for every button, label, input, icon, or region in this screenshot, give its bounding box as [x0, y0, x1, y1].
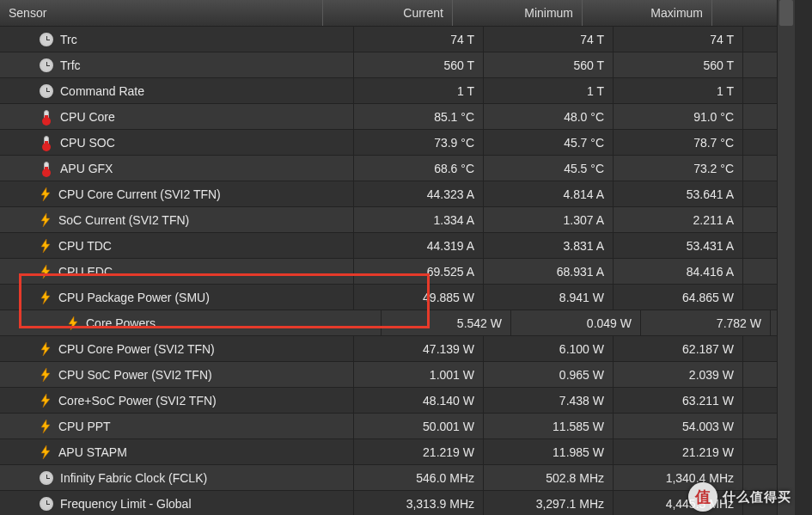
sensor-label: CPU Core Current (SVI2 TFN) — [58, 187, 221, 201]
cell-current: 49.885 W — [354, 285, 484, 310]
table-row[interactable]: Trfc560 T560 T560 T — [0, 52, 795, 78]
cell-maximum: 84.416 A — [614, 259, 743, 284]
cell-minimum: 7.438 W — [484, 388, 614, 413]
bolt-icon — [40, 445, 52, 459]
cell-sensor: Core Powers — [0, 310, 382, 335]
table-row[interactable]: CPU Core Current (SVI2 TFN)44.323 A4.814… — [0, 181, 795, 207]
header-current[interactable]: Current — [323, 0, 453, 26]
cell-minimum: 48.0 °C — [484, 104, 614, 129]
svg-marker-3 — [41, 265, 50, 279]
cell-current: 5.542 W — [382, 310, 511, 335]
sensor-label: Infinity Fabric Clock (FCLK) — [60, 471, 207, 485]
cell-maximum: 74 T — [614, 27, 743, 52]
table-row[interactable]: CPU SOC73.9 °C45.7 °C78.7 °C74.3 °C — [0, 130, 795, 156]
watermark-badge: 值 — [688, 482, 717, 512]
cell-minimum: 74 T — [484, 27, 614, 52]
cell-current: 44.323 A — [354, 181, 484, 206]
cell-sensor: APU GFX — [0, 156, 354, 181]
cell-minimum: 1.307 A — [484, 207, 614, 232]
svg-marker-8 — [41, 394, 50, 408]
bolt-icon — [40, 213, 52, 227]
cell-sensor: CPU SOC — [0, 130, 354, 155]
cell-maximum: 2.211 A — [614, 207, 743, 232]
table-row[interactable]: APU STAPM21.219 W11.985 W21.219 W16.927 … — [0, 439, 795, 465]
cell-current: 50.001 W — [354, 414, 484, 438]
cell-minimum: 0.049 W — [511, 310, 641, 335]
svg-marker-2 — [41, 239, 50, 253]
clock-icon — [40, 33, 53, 46]
table-row[interactable]: APU GFX68.6 °C45.5 °C73.2 °C69.0 °C — [0, 156, 795, 181]
table-row[interactable]: CPU Core Power (SVI2 TFN)47.139 W6.100 W… — [0, 336, 795, 362]
table-row[interactable]: SoC Current (SVI2 TFN)1.334 A1.307 A2.21… — [0, 207, 795, 233]
table-row[interactable]: CPU TDC44.319 A3.831 A53.431 A44.632 A — [0, 233, 795, 259]
sensor-label: APU STAPM — [58, 445, 127, 459]
sensor-label: CPU Package Power (SMU) — [58, 291, 210, 304]
clock-icon — [40, 471, 53, 485]
bolt-icon — [40, 394, 52, 408]
sensor-label: CPU SoC Power (SVI2 TFN) — [58, 368, 212, 382]
cell-minimum: 3,297.1 MHz — [484, 491, 614, 515]
table-row[interactable]: Command Rate1 T1 T1 T — [0, 78, 795, 104]
cell-maximum: 21.219 W — [614, 439, 743, 464]
cell-sensor: CPU TDC — [0, 233, 354, 258]
svg-marker-10 — [41, 445, 50, 459]
table-row[interactable]: Core+SoC Power (SVI2 TFN)48.140 W7.438 W… — [0, 388, 795, 414]
table-row[interactable]: CPU Core85.1 °C48.0 °C91.0 °C85.9 °C — [0, 104, 795, 130]
table-header: Sensor Current Minimum Maximum Average — [0, 0, 795, 27]
header-sensor[interactable]: Sensor — [0, 0, 323, 26]
vertical-scrollbar[interactable] — [777, 0, 795, 515]
header-minimum[interactable]: Minimum — [453, 0, 583, 26]
cell-sensor: Frequency Limit - Global — [0, 491, 354, 515]
cell-sensor: CPU Core Current (SVI2 TFN) — [0, 181, 354, 206]
table-row[interactable]: Frequency Limit - Global3,313.9 MHz3,297… — [0, 491, 795, 515]
table-row[interactable]: Core Powers5.542 W0.049 W7.782 W5.678 W — [0, 310, 795, 336]
bolt-icon — [40, 342, 52, 356]
cell-current: 85.1 °C — [354, 104, 484, 129]
table-row[interactable]: CPU PPT50.001 W11.585 W54.003 W50.091 W — [0, 414, 795, 439]
cell-current: 560 T — [354, 52, 484, 77]
svg-marker-4 — [41, 291, 50, 304]
header-maximum[interactable]: Maximum — [583, 0, 712, 26]
bolt-icon — [67, 316, 79, 330]
sensor-label: Core Powers — [86, 316, 156, 330]
table-body: Trc74 T74 T74 TTrfc560 T560 T560 TComman… — [0, 27, 795, 515]
cell-current: 73.9 °C — [354, 130, 484, 155]
svg-marker-9 — [41, 420, 50, 433]
cell-sensor: Core+SoC Power (SVI2 TFN) — [0, 388, 354, 413]
table-row[interactable]: Trc74 T74 T74 T — [0, 27, 795, 52]
bolt-icon — [40, 291, 52, 304]
watermark-text: 什么值得买 — [723, 489, 791, 506]
cell-minimum: 68.931 A — [484, 259, 614, 284]
thermometer-icon — [44, 110, 49, 124]
bolt-icon — [40, 368, 52, 382]
bolt-icon — [40, 239, 52, 253]
sensor-label: CPU Core Power (SVI2 TFN) — [58, 342, 215, 356]
cell-maximum: 64.865 W — [614, 285, 743, 310]
table-row[interactable]: Infinity Fabric Clock (FCLK)546.0 MHz502… — [0, 465, 795, 491]
cell-maximum: 54.003 W — [614, 414, 743, 438]
table-row[interactable]: CPU SoC Power (SVI2 TFN)1.001 W0.965 W2.… — [0, 362, 795, 388]
cell-sensor: Infinity Fabric Clock (FCLK) — [0, 465, 354, 490]
scroll-thumb[interactable] — [779, 0, 793, 26]
sensor-label: CPU EDC — [58, 265, 113, 279]
cell-minimum: 45.5 °C — [484, 156, 614, 181]
cell-minimum: 3.831 A — [484, 233, 614, 258]
cell-minimum: 8.941 W — [484, 285, 614, 310]
sensor-label: CPU TDC — [58, 239, 112, 253]
cell-maximum: 78.7 °C — [614, 130, 743, 155]
watermark: 值 什么值得买 — [688, 482, 791, 512]
cell-minimum: 11.585 W — [484, 414, 614, 438]
table-row[interactable]: CPU Package Power (SMU)49.885 W8.941 W64… — [0, 285, 795, 310]
table-row[interactable]: CPU EDC69.525 A68.931 A84.416 A71.912 A — [0, 259, 795, 285]
sensor-label: Core+SoC Power (SVI2 TFN) — [58, 394, 217, 408]
sensor-label: Trc — [60, 33, 77, 46]
cell-current: 69.525 A — [354, 259, 484, 284]
cell-sensor: CPU PPT — [0, 414, 354, 438]
cell-sensor: APU STAPM — [0, 439, 354, 464]
thermometer-icon — [44, 162, 49, 175]
cell-maximum: 1 T — [614, 78, 743, 103]
cell-sensor: CPU Core — [0, 104, 354, 129]
cell-minimum: 1 T — [484, 78, 614, 103]
cell-current: 3,313.9 MHz — [354, 491, 484, 515]
sensor-label: Frequency Limit - Global — [60, 497, 192, 511]
